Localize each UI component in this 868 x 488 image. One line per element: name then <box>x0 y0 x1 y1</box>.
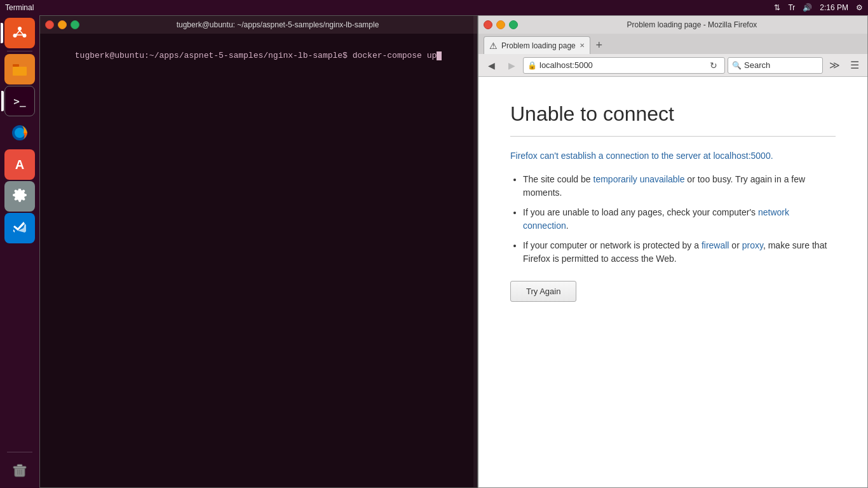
search-bar[interactable]: 🔍 Search <box>728 57 823 74</box>
launcher-item-terminal[interactable]: >_ <box>4 86 35 116</box>
forward-button[interactable]: ▶ <box>503 57 520 74</box>
tr-icon: Tr <box>788 3 795 12</box>
search-icon: 🔍 <box>732 61 742 70</box>
system-bar-title: Terminal <box>5 3 34 12</box>
firefox-tab-problem-loading[interactable]: ⚠ Problem loading page ✕ <box>484 36 590 54</box>
tab-warning-icon: ⚠ <box>489 41 498 51</box>
svg-rect-5 <box>13 67 27 76</box>
firefox-tabbar: ⚠ Problem loading page ✕ + <box>478 34 867 54</box>
error-description: Firefox can't establish a connection to … <box>510 149 836 163</box>
launcher-divider-bottom <box>7 452 32 452</box>
terminal-titlebar: tugberk@ubuntu: ~/apps/aspnet-5-samples/… <box>40 16 477 34</box>
back-button[interactable]: ◀ <box>482 57 500 74</box>
launcher-item-firefox[interactable] <box>4 118 35 148</box>
error-list-item-3: If your computer or network is protected… <box>523 239 836 266</box>
terminal-command-line: tugberk@ubuntu:~/apps/aspnet-5-samples/n… <box>45 39 472 74</box>
launcher-divider <box>7 51 32 51</box>
launcher-item-vscode[interactable] <box>4 213 35 243</box>
firefox-toolbar: ◀ ▶ 🔒 localhost:5000 ↻ 🔍 Search ≫ ☰ <box>478 54 867 77</box>
error-list: The site could be temporarily unavailabl… <box>510 173 836 266</box>
error-url: localhost:5000 <box>713 151 770 161</box>
terminal-minimize-button[interactable] <box>58 20 67 29</box>
svg-rect-6 <box>13 64 19 67</box>
svg-point-8 <box>15 128 25 138</box>
reload-button[interactable]: ↻ <box>707 58 721 72</box>
launcher: >_ A <box>0 15 39 488</box>
firewall-link[interactable]: firewall <box>702 240 729 250</box>
terminal-body[interactable]: tugberk@ubuntu:~/apps/aspnet-5-samples/n… <box>40 34 477 487</box>
terminal-prompt-text: tugberk@ubuntu:~/apps/aspnet-5-samples/n… <box>75 51 437 60</box>
terminal-title: tugberk@ubuntu: ~/apps/aspnet-5-samples/… <box>83 20 472 29</box>
terminal-cursor <box>437 51 442 60</box>
sort-icon: ⇅ <box>774 3 780 12</box>
firefox-content: Unable to connect Firefox can't establis… <box>478 77 867 487</box>
search-input[interactable]: Search <box>744 60 770 70</box>
try-again-button[interactable]: Try Again <box>510 281 576 302</box>
launcher-item-files[interactable] <box>4 54 35 85</box>
firefox-window: Problem loading page - Mozilla Firefox ⚠… <box>478 15 868 488</box>
network-connection-link[interactable]: network connection <box>523 207 789 231</box>
location-shield-icon: 🔒 <box>527 61 537 70</box>
firefox-titlebar: Problem loading page - Mozilla Firefox <box>478 16 867 34</box>
launcher-item-ubuntu[interactable] <box>4 18 35 48</box>
system-bar-left: Terminal <box>5 3 34 12</box>
hamburger-menu-button[interactable]: ☰ <box>846 57 864 74</box>
clock: 2:16 PM <box>820 3 848 12</box>
firefox-close-button[interactable] <box>484 20 492 29</box>
error-divider <box>510 136 836 137</box>
url-text: localhost:5000 <box>539 60 704 70</box>
location-bar[interactable]: 🔒 localhost:5000 ↻ <box>523 57 725 74</box>
tab-close-button[interactable]: ✕ <box>580 42 585 49</box>
launcher-item-settings[interactable] <box>4 181 35 212</box>
error-heading: Unable to connect <box>510 102 836 126</box>
error-list-item-2: If you are unable to load any pages, che… <box>523 206 836 233</box>
system-bar-right: ⇅ Tr 🔊 2:16 PM ⚙ <box>774 3 863 12</box>
terminal-maximize-button[interactable] <box>71 20 79 29</box>
new-tab-button[interactable]: + <box>590 36 608 54</box>
tab-label: Problem loading page <box>501 41 576 50</box>
temporarily-unavailable-link[interactable]: temporarily unavailable <box>593 174 685 184</box>
more-tools-button[interactable]: ≫ <box>825 57 843 74</box>
svg-rect-12 <box>17 464 22 466</box>
firefox-title: Problem loading page - Mozilla Firefox <box>522 20 862 29</box>
terminal-window: tugberk@ubuntu: ~/apps/aspnet-5-samples/… <box>39 15 478 488</box>
firefox-maximize-button[interactable] <box>509 20 518 29</box>
power-icon: ⚙ <box>856 3 863 12</box>
proxy-link[interactable]: proxy <box>742 240 763 250</box>
terminal-close-button[interactable] <box>45 20 54 29</box>
volume-icon: 🔊 <box>803 3 812 12</box>
launcher-item-texteditor[interactable]: A <box>4 149 35 180</box>
firefox-minimize-button[interactable] <box>496 20 505 29</box>
launcher-item-trash[interactable] <box>4 455 35 485</box>
system-bar: Terminal ⇅ Tr 🔊 2:16 PM ⚙ <box>0 0 868 15</box>
error-list-item-1: The site could be temporarily unavailabl… <box>523 173 836 200</box>
terminal-resize-handle[interactable] <box>473 16 477 487</box>
